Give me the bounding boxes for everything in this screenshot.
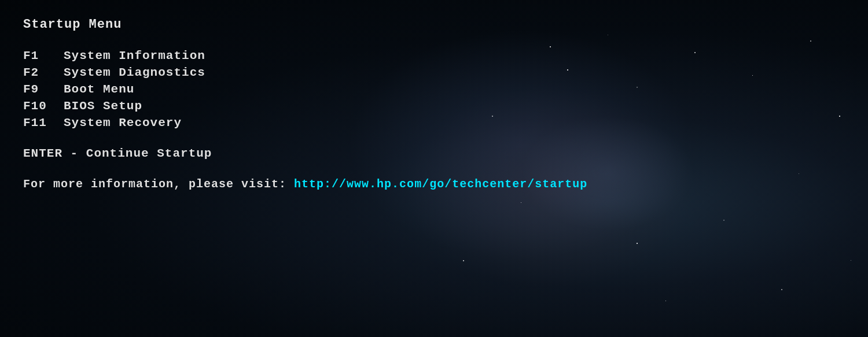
hp-url: http://www.hp.com/go/techcenter/startup xyxy=(294,177,587,191)
star xyxy=(637,87,638,88)
enter-continue: ENTER - Continue Startup xyxy=(23,147,587,160)
screen-title: Startup Menu xyxy=(23,17,587,32)
star xyxy=(608,35,608,35)
key-f9: F9 xyxy=(23,83,64,96)
star xyxy=(851,260,851,261)
bios-screen: Startup Menu F1 System Information F2 Sy… xyxy=(0,0,868,337)
main-content: Startup Menu F1 System Information F2 Sy… xyxy=(23,17,587,191)
info-prefix: For more information, please visit: xyxy=(23,177,286,191)
label-system-diagnostics: System Diagnostics xyxy=(64,66,205,79)
menu-list: F1 System Information F2 System Diagnost… xyxy=(23,49,587,129)
star xyxy=(723,220,724,221)
menu-item-f11: F11 System Recovery xyxy=(23,116,587,129)
star xyxy=(463,260,464,261)
info-line: For more information, please visit: http… xyxy=(23,177,587,191)
star xyxy=(781,289,782,290)
star xyxy=(637,243,638,244)
label-system-recovery: System Recovery xyxy=(64,116,182,129)
menu-item-f1: F1 System Information xyxy=(23,49,587,62)
star xyxy=(665,301,666,301)
star xyxy=(752,75,753,76)
star xyxy=(799,173,799,174)
menu-item-f10: F10 BIOS Setup xyxy=(23,99,587,113)
menu-item-f9: F9 Boot Menu xyxy=(23,83,587,96)
star xyxy=(694,52,696,53)
star xyxy=(521,202,521,203)
key-f10: F10 xyxy=(23,99,64,113)
menu-item-f2: F2 System Diagnostics xyxy=(23,66,587,79)
label-system-information: System Information xyxy=(64,49,205,62)
key-f2: F2 xyxy=(23,66,64,79)
star xyxy=(839,116,840,117)
key-f1: F1 xyxy=(23,49,64,62)
label-boot-menu: Boot Menu xyxy=(64,83,134,96)
label-bios-setup: BIOS Setup xyxy=(64,99,142,113)
key-f11: F11 xyxy=(23,116,64,129)
star xyxy=(810,40,811,42)
